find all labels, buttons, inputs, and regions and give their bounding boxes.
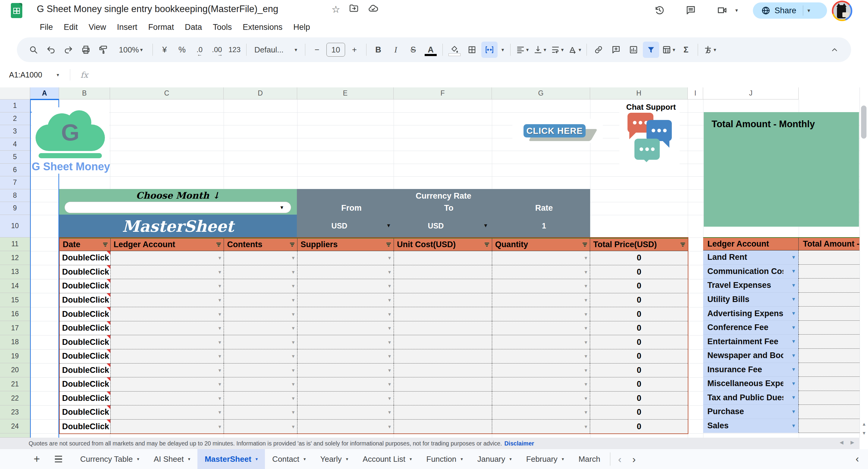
row-header-10[interactable]: 10 xyxy=(0,215,30,238)
insert-comment-button[interactable] xyxy=(608,41,624,58)
quantity-cell[interactable]: ▼ xyxy=(492,392,590,405)
date-cell[interactable]: DoubleClick xyxy=(60,405,111,419)
tab-mastersheet[interactable]: MasterSheet▾ xyxy=(197,449,265,469)
logo-cloud-image[interactable]: G xyxy=(36,110,105,151)
collapse-sidebar-icon[interactable]: ‹ xyxy=(856,453,859,465)
total-amount-cell[interactable] xyxy=(799,307,868,321)
cell-dropdown-icon[interactable]: ▼ xyxy=(387,283,392,288)
total-price-cell[interactable]: 0 xyxy=(590,419,688,434)
total-price-cell[interactable]: 0 xyxy=(590,377,688,391)
print-button[interactable] xyxy=(78,41,94,58)
sheet-grid[interactable]: 123456789101112131415161718192021222324 … xyxy=(0,99,868,438)
meet-video-icon[interactable] xyxy=(716,4,728,16)
suppliers-cell[interactable]: ▼ xyxy=(298,419,394,434)
contents-cell[interactable]: ▼ xyxy=(224,251,298,265)
suppliers-cell[interactable]: ▼ xyxy=(298,279,394,293)
column-header-g[interactable]: G xyxy=(492,87,590,99)
quantity-cell[interactable]: ▼ xyxy=(492,377,590,391)
total-amount-cell[interactable] xyxy=(799,391,868,405)
row-header-15[interactable]: 15 xyxy=(0,293,30,307)
tab-january[interactable]: January▾ xyxy=(470,449,519,469)
contents-cell[interactable]: ▼ xyxy=(224,364,298,377)
document-title[interactable]: G Sheet Money single entry bookkeeping(M… xyxy=(37,4,278,14)
cell-dropdown-icon[interactable]: ▼ xyxy=(387,298,392,303)
text-rotation-button[interactable]: ▾ xyxy=(567,41,583,58)
tab-yearly[interactable]: Yearly▾ xyxy=(313,449,355,469)
filter-icon[interactable] xyxy=(681,243,685,247)
ledger-account-cell[interactable]: ▼ xyxy=(111,392,224,405)
cell-dropdown-icon[interactable]: ▼ xyxy=(218,283,222,288)
date-cell[interactable]: DoubleClick xyxy=(60,335,111,349)
scroll-right-icon[interactable]: ▶ xyxy=(850,439,854,445)
cell-dropdown-icon[interactable]: ▼ xyxy=(291,382,296,387)
unit-cost-cell[interactable] xyxy=(394,405,492,419)
tab-caret-icon[interactable]: ▾ xyxy=(410,456,412,462)
redo-button[interactable] xyxy=(60,41,76,58)
move-folder-icon[interactable] xyxy=(348,2,360,14)
cell-dropdown-icon[interactable]: ▼ xyxy=(584,325,588,331)
cell-dropdown-icon[interactable]: ▼ xyxy=(584,424,588,429)
date-cell[interactable]: DoubleClick xyxy=(60,392,111,405)
date-cell[interactable]: DoubleClick xyxy=(60,349,111,363)
merge-caret-icon[interactable]: ▾ xyxy=(499,41,507,58)
unit-cost-cell[interactable] xyxy=(394,321,492,335)
ledger-account-cell[interactable]: ▼ xyxy=(111,364,224,377)
suppliers-cell[interactable]: ▼ xyxy=(298,349,394,363)
tabs-prev-icon[interactable]: ‹ xyxy=(613,453,627,465)
total-price-cell[interactable]: 0 xyxy=(590,335,688,349)
cloud-saved-icon[interactable] xyxy=(367,2,379,14)
ledger-account-cell[interactable]: Entertainment Fee▼ xyxy=(703,335,799,349)
tab-caret-icon[interactable]: ▾ xyxy=(562,456,564,462)
ledger-dropdown-icon[interactable]: ▼ xyxy=(791,325,796,330)
cell-dropdown-icon[interactable]: ▼ xyxy=(584,368,588,373)
format-percent-button[interactable]: % xyxy=(174,41,190,58)
column-header-b[interactable]: B xyxy=(59,87,110,99)
cell-dropdown-icon[interactable]: ▼ xyxy=(584,382,588,387)
total-price-cell[interactable]: 0 xyxy=(590,349,688,363)
quantity-cell[interactable]: ▼ xyxy=(492,307,590,321)
decrease-decimal-button[interactable]: .0← xyxy=(191,41,208,58)
row-header-11[interactable]: 11 xyxy=(0,238,30,251)
filter-icon[interactable] xyxy=(103,243,108,247)
suppliers-cell[interactable]: ▼ xyxy=(298,265,394,279)
contents-cell[interactable]: ▼ xyxy=(224,419,298,434)
ledger-dropdown-icon[interactable]: ▼ xyxy=(791,296,796,302)
ledger-account-cell[interactable]: Communication Cost▼ xyxy=(703,264,799,279)
filter-button[interactable] xyxy=(643,41,659,58)
unit-cost-cell[interactable] xyxy=(394,377,492,391)
tab-march[interactable]: March xyxy=(571,449,607,469)
ledger-account-cell[interactable]: Newspaper and Books▼ xyxy=(703,349,799,363)
undo-button[interactable] xyxy=(43,41,59,58)
ledger-dropdown-icon[interactable]: ▼ xyxy=(791,381,796,386)
scroll-down-icon[interactable]: ▼ xyxy=(861,430,867,436)
version-history-icon[interactable] xyxy=(653,4,665,16)
format-currency-button[interactable]: ¥ xyxy=(156,41,173,58)
vertical-scrollbar[interactable]: ▲ ▼ xyxy=(860,87,868,438)
cell-dropdown-icon[interactable]: ▼ xyxy=(584,270,588,275)
column-header-c[interactable]: C xyxy=(110,87,224,99)
total-amount-cell[interactable] xyxy=(799,264,868,279)
contents-cell[interactable]: ▼ xyxy=(224,349,298,363)
cell-dropdown-icon[interactable]: ▼ xyxy=(387,368,392,373)
input-tools-button[interactable]: ▾ xyxy=(702,41,718,58)
column-header-e[interactable]: E xyxy=(297,87,394,99)
quantity-cell[interactable]: ▼ xyxy=(492,349,590,363)
add-sheet-button[interactable]: + xyxy=(30,453,43,465)
quantity-cell[interactable]: ▼ xyxy=(492,364,590,377)
contents-cell[interactable]: ▼ xyxy=(224,335,298,349)
ledger-dropdown-icon[interactable]: ▼ xyxy=(791,339,796,344)
cell-dropdown-icon[interactable]: ▼ xyxy=(584,396,588,401)
tab-function[interactable]: Function▾ xyxy=(419,449,470,469)
ledger-account-cell[interactable]: Advertising Expenses▼ xyxy=(703,307,799,321)
contents-cell[interactable]: ▼ xyxy=(224,321,298,335)
row-header-1[interactable]: 1 xyxy=(0,99,30,113)
total-price-cell[interactable]: 0 xyxy=(590,392,688,405)
ledger-dropdown-icon[interactable]: ▼ xyxy=(791,409,796,414)
filter-icon[interactable] xyxy=(583,243,587,247)
name-box-caret-icon[interactable]: ▾ xyxy=(57,72,59,78)
row-header-23[interactable]: 23 xyxy=(0,405,30,419)
currency-rate-value[interactable]: 1 xyxy=(498,222,590,230)
more-formats-button[interactable]: 123 xyxy=(226,41,243,58)
unit-cost-cell[interactable] xyxy=(394,349,492,363)
total-price-cell[interactable]: 0 xyxy=(590,405,688,419)
